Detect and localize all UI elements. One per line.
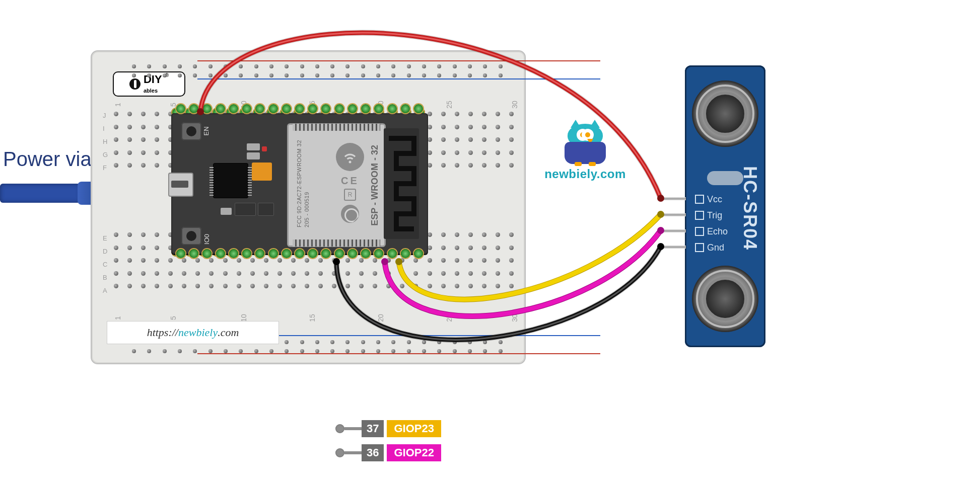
ultrasonic-transmitter <box>692 80 758 147</box>
sensor-model-label: HC-SR04 <box>739 166 760 251</box>
esp32-devkit: EN IO0 FCC 9D:2AC72-ESPWROOM 32 205 - 00… <box>171 113 428 254</box>
breadboard-top-neg-rail <box>197 78 600 79</box>
legend-row-giop22: 36 GIOP22 <box>335 443 441 463</box>
esp-wroom-32-shield: FCC 9D:2AC72-ESPWROOM 32 205 - 000519 ES… <box>287 123 386 247</box>
pin-legend: 37 GIOP23 36 GIOP22 <box>335 419 441 467</box>
watermark-url: https://newbiely.com <box>107 321 279 344</box>
pcb-antenna <box>384 128 419 239</box>
shield-module-name: ESP - WROOM - 32 <box>370 145 380 226</box>
legend-pin-name: GIOP23 <box>387 420 441 437</box>
legend-row-giop23: 37 GIOP23 <box>335 419 441 439</box>
io0-button <box>181 227 201 245</box>
url-suffix: .com <box>218 326 239 339</box>
espressif-icon <box>341 205 359 223</box>
newbiely-logo-text: newbiely.com <box>540 167 631 181</box>
usb-uart-chip <box>214 164 248 198</box>
shield-fcc-text: FCC 9D:2AC72-ESPWROOM 32 205 - 000519 <box>296 140 311 227</box>
row-letter: B <box>103 274 107 281</box>
micro-usb-port <box>168 173 193 197</box>
row-letter: G <box>103 151 108 158</box>
pin-gnd-label: Gnd <box>707 239 724 256</box>
hc-sr04-sensor: HC-SR04 Vcc Trig Echo Gnd <box>685 65 765 347</box>
col-num: 30 <box>511 314 519 322</box>
col-num: 1 <box>114 103 122 107</box>
sensor-lead-gnd <box>661 246 686 249</box>
wifi-icon <box>336 143 364 171</box>
col-num: 5 <box>169 316 177 320</box>
io0-button-label: IO0 <box>203 234 211 245</box>
sensor-pin-labels: Vcc Trig Echo Gnd <box>695 191 728 256</box>
pin-echo-label: Echo <box>707 223 728 239</box>
legend-pin-name: GIOP22 <box>387 444 441 461</box>
row-letter: I <box>103 125 105 132</box>
tantalum-capacitor <box>252 163 272 181</box>
en-button-label: EN <box>202 126 210 135</box>
col-num: 30 <box>511 101 519 109</box>
owl-icon <box>563 124 608 164</box>
col-num: 1 <box>114 316 122 320</box>
legend-pin-number: 37 <box>362 420 384 437</box>
en-button <box>181 122 201 140</box>
col-num: 15 <box>308 314 316 322</box>
breadboard-brand-sub: ables <box>144 88 158 94</box>
pin-trig-label: Trig <box>707 207 722 223</box>
row-letter: E <box>103 234 107 242</box>
breadboard-bot-pos-rail <box>197 353 600 354</box>
r-mark-icon: R <box>344 189 356 201</box>
row-letter: D <box>103 248 107 255</box>
row-letter: J <box>103 112 106 119</box>
url-brand: newbiely <box>178 326 218 339</box>
col-num: 20 <box>377 314 385 322</box>
row-letter: C <box>103 261 107 268</box>
row-letter: A <box>103 287 107 294</box>
wiring-diagram: Power via USB ⟶ DIY ables ® /*placeholde… <box>0 0 980 484</box>
ce-icon: CE <box>336 175 364 187</box>
col-num: 25 <box>445 101 453 109</box>
ultrasonic-receiver <box>692 266 758 332</box>
col-num: 25 <box>445 314 453 322</box>
newbiely-logo: newbiely.com <box>540 124 631 181</box>
breadboard-top-pos-rail <box>197 60 600 61</box>
crystal-oscillator <box>707 171 743 185</box>
url-prefix: https:// <box>147 326 178 339</box>
row-letter: H <box>103 138 107 145</box>
sensor-lead-vcc <box>661 197 686 200</box>
sensor-lead-trig <box>661 213 686 216</box>
row-letter: F <box>103 164 107 172</box>
esp32-header-top <box>175 104 424 118</box>
shield-cert-logos: CE R <box>336 143 364 223</box>
sensor-lead-echo <box>661 229 686 232</box>
esp32-header-bottom <box>175 249 424 263</box>
legend-pin-number: 36 <box>362 444 384 461</box>
pin-vcc-label: Vcc <box>707 191 722 207</box>
